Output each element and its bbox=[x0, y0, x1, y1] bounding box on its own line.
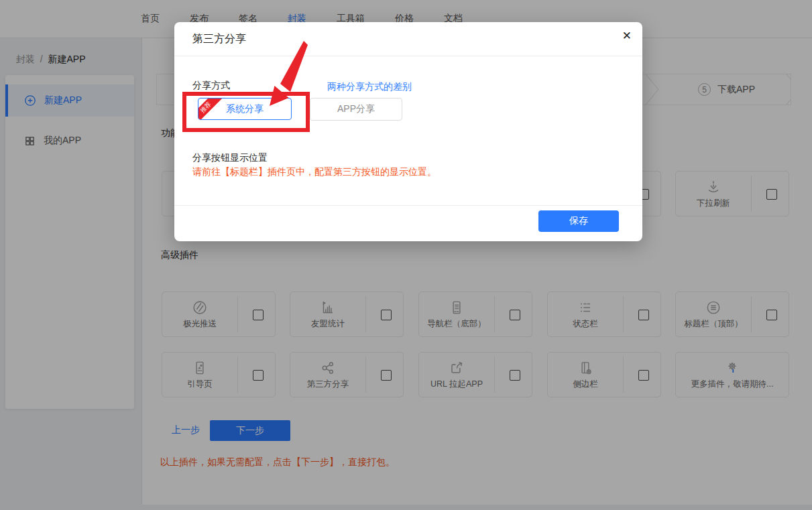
close-icon[interactable]: ✕ bbox=[622, 30, 632, 42]
third-party-share-dialog: 第三方分享 ✕ 分享方式 两种分享方式的差别 推荐 系统分享 APP分享 分享按… bbox=[174, 22, 642, 241]
position-warning-text: 请前往【标题栏】插件页中，配置第三方按钮的显示位置。 bbox=[192, 166, 437, 178]
share-method-label: 分享方式 bbox=[192, 80, 230, 92]
save-button[interactable]: 保存 bbox=[538, 210, 619, 232]
app-share-label: APP分享 bbox=[337, 103, 375, 115]
share-button-position-label: 分享按钮显示位置 bbox=[192, 152, 268, 164]
recommended-badge: 推荐 bbox=[198, 98, 223, 120]
app-share-option[interactable]: APP分享 bbox=[310, 98, 402, 121]
share-method-diff-link[interactable]: 两种分享方式的差别 bbox=[327, 81, 412, 93]
system-share-label: 系统分享 bbox=[226, 103, 264, 115]
divider bbox=[174, 205, 642, 206]
dialog-title: 第三方分享 bbox=[192, 32, 246, 46]
divider bbox=[174, 56, 642, 56]
system-share-option[interactable]: 推荐 系统分享 bbox=[198, 98, 292, 120]
